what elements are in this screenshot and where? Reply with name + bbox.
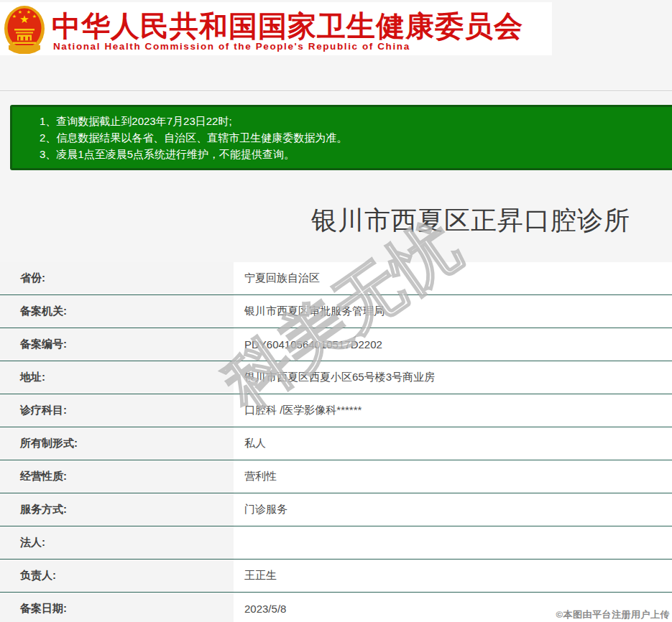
table-row-filing-number: 备案编号: PDY60410564010517D2202 [0, 328, 672, 361]
table-row-person-in-charge: 负责人: 王正生 [0, 560, 672, 593]
row-value: 门诊服务 [234, 493, 672, 526]
table-row-business-nature: 经营性质: 营利性 [0, 460, 672, 493]
row-value: 私人 [234, 427, 672, 460]
header-banner: ★ ★ ★ ★ ★ 中华人民共和国国家卫生健康委员会 National Heal… [0, 2, 552, 55]
row-label: 备案机关: [0, 295, 234, 328]
record-detail-table: 省份: 宁夏回族自治区 备案机关: 银川市西夏区审批服务管理局 备案编号: PD… [0, 262, 672, 622]
row-value: 银川市西夏区审批服务管理局 [234, 295, 672, 328]
row-label: 经营性质: [0, 460, 234, 493]
china-national-emblem-icon: ★ ★ ★ ★ ★ [4, 5, 45, 54]
row-label: 备案编号: [0, 328, 234, 361]
row-value [234, 526, 672, 559]
site-title-english: National Health Commission of the People… [53, 41, 410, 52]
svg-text:★: ★ [12, 14, 17, 19]
row-value: PDY60410564010517D2202 [234, 328, 672, 361]
notice-line-1: 1、查询数据截止到2023年7月23日22时; [40, 113, 666, 129]
row-label: 服务方式: [0, 493, 234, 526]
svg-text:★: ★ [18, 9, 22, 14]
table-row-address: 地址: 银川市西夏区西夏小区65号楼3号商业房 [0, 361, 672, 394]
query-notice-box: 1、查询数据截止到2023年7月23日22时; 2、信息数据结果以各省、自治区、… [10, 105, 672, 170]
table-row-province: 省份: 宁夏回族自治区 [0, 262, 672, 295]
table-row-ownership-form: 所有制形式: 私人 [0, 427, 672, 460]
table-row-service-mode: 服务方式: 门诊服务 [0, 493, 672, 526]
notice-line-2: 2、信息数据结果以各省、自治区、直辖市卫生健康委数据为准。 [40, 129, 666, 146]
site-title-chinese: 中华人民共和国国家卫生健康委员会 [52, 6, 523, 46]
row-label: 负责人: [0, 560, 234, 592]
notice-line-3: 3、凌晨1点至凌晨5点系统进行维护，不能提供查询。 [40, 146, 666, 162]
row-label: 备案日期: [0, 593, 234, 622]
row-label: 诊疗科目: [0, 394, 234, 427]
row-label: 法人: [0, 526, 234, 559]
upload-attribution-note: ©本图由平台注册用户上传 [556, 608, 670, 621]
row-value: 银川市西夏区西夏小区65号楼3号商业房 [234, 361, 672, 394]
row-label: 省份: [0, 262, 234, 294]
institution-name-title: 银川市西夏区正昇口腔诊所 [237, 203, 672, 238]
row-value: 王正生 [234, 560, 672, 592]
row-value: 宁夏回族自治区 [234, 262, 672, 294]
row-label: 所有制形式: [0, 427, 234, 460]
table-row-legal-person: 法人: [0, 526, 672, 560]
table-row-filing-authority: 备案机关: 银川市西夏区审批服务管理局 [0, 295, 672, 328]
row-value: 营利性 [234, 460, 672, 493]
row-label: 地址: [0, 361, 234, 394]
svg-text:★: ★ [27, 9, 31, 14]
svg-text:★: ★ [19, 13, 29, 25]
svg-text:★: ★ [32, 14, 37, 19]
table-row-treatment-subjects: 诊疗科目: 口腔科 /医学影像科****** [0, 394, 672, 427]
row-value: 口腔科 /医学影像科****** [234, 394, 672, 427]
header-divider [0, 90, 672, 92]
